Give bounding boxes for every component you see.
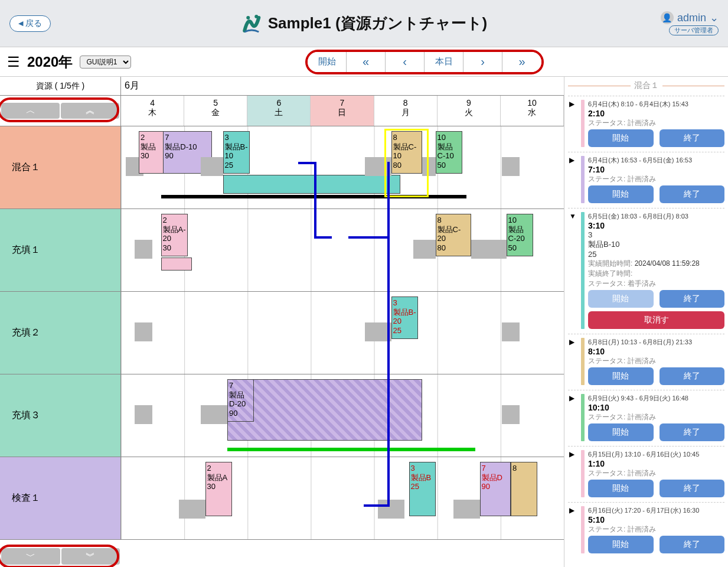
resource-track[interactable]: 2製品307製品D-10903製品B-10258製品C-108010製品C-10… [121, 126, 564, 208]
expand-caret[interactable]: ▶ [569, 338, 577, 385]
nav-prev-button[interactable]: ‹ [386, 52, 425, 72]
resource-label[interactable]: 混合１ [0, 126, 121, 208]
end-button[interactable]: 終了 [660, 423, 725, 441]
scroll-up-page-button[interactable]: ︽ [61, 103, 119, 119]
task-block[interactable] [502, 322, 520, 341]
start-button[interactable]: 開始 [588, 185, 654, 203]
resource-track[interactable]: 7製品D-2090 [121, 374, 564, 457]
expand-caret[interactable]: ▼ [569, 212, 577, 329]
task-block[interactable] [135, 405, 152, 424]
color-stripe [581, 394, 585, 441]
expand-caret[interactable]: ▶ [569, 450, 577, 497]
resource-label[interactable]: 充填２ [0, 292, 121, 374]
dependency-link [364, 504, 390, 507]
task-block[interactable] [135, 322, 152, 341]
nav-next-page-button[interactable]: » [502, 52, 541, 72]
task-block[interactable]: 3製品B-1025 [223, 131, 250, 174]
card-status: ステータス: 計画済み [588, 412, 724, 422]
end-button[interactable]: 終了 [660, 367, 725, 385]
resource-label[interactable]: 充填３ [0, 374, 121, 457]
resource-track[interactable]: 2製品A303製品B257製品D908 [121, 457, 564, 539]
task-block[interactable]: 3製品B25 [409, 462, 436, 516]
detail-card: ▶6月8日(月) 10:13 - 6月8日(月) 21:338:10ステータス:… [568, 334, 724, 390]
end-button[interactable]: 終了 [660, 536, 725, 553]
view-select[interactable]: GUI説明1 [80, 56, 131, 69]
task-block[interactable]: 8 [511, 462, 537, 516]
user-menu[interactable]: 👤 admin ⌄ [661, 11, 719, 24]
nav-start-button[interactable]: 開始 [308, 52, 347, 72]
task-block[interactable] [223, 175, 400, 194]
detail-card: ▶6月4日(木) 16:53 - 6月5日(金) 16:537:10ステータス:… [568, 152, 724, 208]
expand-caret[interactable]: ▶ [569, 100, 577, 147]
task-block[interactable] [201, 405, 227, 424]
task-block[interactable] [453, 500, 480, 519]
resource-label[interactable]: 検査１ [0, 457, 121, 539]
end-button[interactable]: 終了 [660, 290, 725, 308]
start-button[interactable]: 開始 [588, 290, 654, 308]
start-button[interactable]: 開始 [588, 129, 654, 147]
task-block[interactable] [378, 500, 404, 519]
scroll-down-page-button[interactable]: ︾ [61, 548, 120, 565]
task-block[interactable] [502, 157, 520, 176]
task-block[interactable] [135, 240, 152, 259]
start-button[interactable]: 開始 [588, 423, 654, 441]
end-button[interactable]: 終了 [660, 480, 725, 497]
scroll-down-single-button[interactable]: ﹀ [1, 548, 60, 565]
day-header-row: 4木5金6土7日8月9火10水 [121, 96, 564, 126]
task-block[interactable]: 8製品C-2080 [436, 214, 471, 256]
resource-label[interactable]: 充填１ [0, 209, 121, 291]
task-block[interactable] [227, 379, 422, 441]
task-block[interactable]: 3製品B-2025 [391, 296, 418, 339]
start-button[interactable]: 開始 [588, 367, 654, 385]
month-label: 6月 [121, 77, 564, 96]
task-block[interactable] [413, 240, 436, 259]
chevron-down-icon: ⌄ [710, 11, 719, 24]
end-button[interactable]: 終了 [660, 129, 725, 147]
task-block[interactable]: 2製品A30 [205, 462, 232, 516]
dependency-link [314, 162, 316, 239]
double-chevron-right-icon: » [518, 55, 525, 69]
resource-track[interactable]: 2製品A-20308製品C-208010製品C-2050 [121, 209, 564, 291]
user-role-badge: サーバ管理者 [669, 25, 719, 35]
day-cell: 9火 [438, 96, 501, 126]
task-block[interactable]: 10製品C-1050 [436, 131, 462, 174]
color-stripe [581, 506, 585, 553]
color-stripe [581, 212, 585, 329]
end-button[interactable]: 終了 [660, 185, 725, 203]
color-stripe [581, 156, 585, 203]
task-block[interactable] [179, 500, 205, 519]
chevron-left-icon: ‹ [403, 55, 407, 69]
dependency-link [314, 236, 332, 239]
expand-caret[interactable]: ▶ [569, 506, 577, 553]
nav-prev-page-button[interactable]: « [347, 52, 386, 72]
scroll-up-single-button[interactable]: ︿ [1, 103, 60, 119]
task-block[interactable]: 2製品A-2030 [161, 214, 188, 256]
color-stripe [581, 338, 585, 385]
card-time: 6月16日(火) 17:20 - 6月17日(水) 16:30 [588, 506, 724, 515]
resource-track[interactable]: 3製品B-2025 [121, 292, 564, 374]
nav-buttons: 開始 « ‹ 本日 › » [305, 50, 544, 74]
cancel-button[interactable]: 取消す [588, 311, 724, 329]
task-block[interactable] [471, 240, 507, 259]
expand-caret[interactable]: ▶ [569, 156, 577, 203]
start-button[interactable]: 開始 [588, 480, 654, 497]
task-block[interactable] [161, 258, 192, 271]
day-cell: 10水 [501, 96, 564, 126]
svg-point-0 [246, 16, 250, 19]
card-time: 6月5日(金) 18:03 - 6月8日(月) 8:03 [588, 212, 724, 221]
menu-icon[interactable]: ☰ [7, 54, 20, 70]
nav-today-button[interactable]: 本日 [425, 52, 463, 72]
task-block[interactable]: 10製品C-2050 [507, 214, 533, 256]
gantt-pane: 資源 ( 1/5件 ) ︿ ︽ 6月 4木5金6土7日8月9火10水 混合１2製… [0, 77, 564, 567]
task-block[interactable]: 2製品30 [139, 131, 165, 174]
nav-next-button[interactable]: › [463, 52, 502, 72]
task-block[interactable]: 7製品D90 [480, 462, 511, 516]
task-block[interactable]: 7製品D-2090 [227, 379, 254, 422]
expand-caret[interactable]: ▶ [569, 394, 577, 441]
task-block[interactable] [201, 157, 223, 176]
start-button[interactable]: 開始 [588, 536, 654, 553]
task-block[interactable] [502, 405, 520, 424]
card-time: 6月4日(木) 16:53 - 6月5日(金) 16:53 [588, 156, 724, 165]
card-status: ステータス: 着手済み [588, 279, 724, 289]
back-button[interactable]: 戻る [9, 15, 51, 32]
